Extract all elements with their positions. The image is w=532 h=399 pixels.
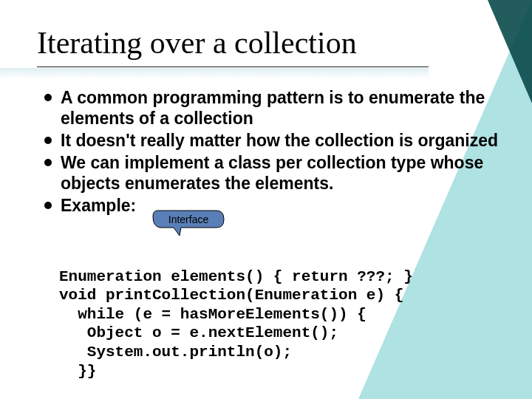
bullet-text: It doesn't really matter how the collect… xyxy=(61,130,498,151)
bullet-item: A common programming pattern is to enume… xyxy=(44,87,502,129)
title-underline xyxy=(37,66,429,67)
slide-title: Iterating over a collection xyxy=(37,25,357,61)
code-block: Enumeration elements() { return ???; } v… xyxy=(59,248,413,381)
code-line: }} xyxy=(59,363,96,380)
title-gradient-strip xyxy=(0,68,429,78)
bullet-item: We can implement a class per collection … xyxy=(44,152,502,194)
bullet-item: It doesn't really matter how the collect… xyxy=(44,130,502,151)
slide: Iterating over a collection A common pro… xyxy=(0,0,532,399)
code-line: Object o = e.nextElement(); xyxy=(59,324,338,341)
callout-label: Interface xyxy=(168,214,208,225)
interface-callout: Interface xyxy=(151,208,225,231)
slide-body: A common programming pattern is to enume… xyxy=(44,87,502,217)
bullet-item: Example: xyxy=(44,195,502,216)
bullet-text: Example: xyxy=(61,195,136,216)
bullet-dot-icon xyxy=(44,94,52,101)
bullet-dot-icon xyxy=(44,137,52,144)
code-line: Enumeration elements() { return ???; } xyxy=(59,268,413,285)
bullet-dot-icon xyxy=(44,159,52,166)
bullet-dot-icon xyxy=(44,202,52,209)
code-line: System.out.println(o); xyxy=(59,344,292,361)
bullet-text: A common programming pattern is to enume… xyxy=(61,87,502,129)
code-line: void printCollection(Enumeration e) { xyxy=(59,287,403,304)
code-line: while (e = hasMoreElements()) { xyxy=(59,306,366,323)
bullet-text: We can implement a class per collection … xyxy=(61,152,502,194)
